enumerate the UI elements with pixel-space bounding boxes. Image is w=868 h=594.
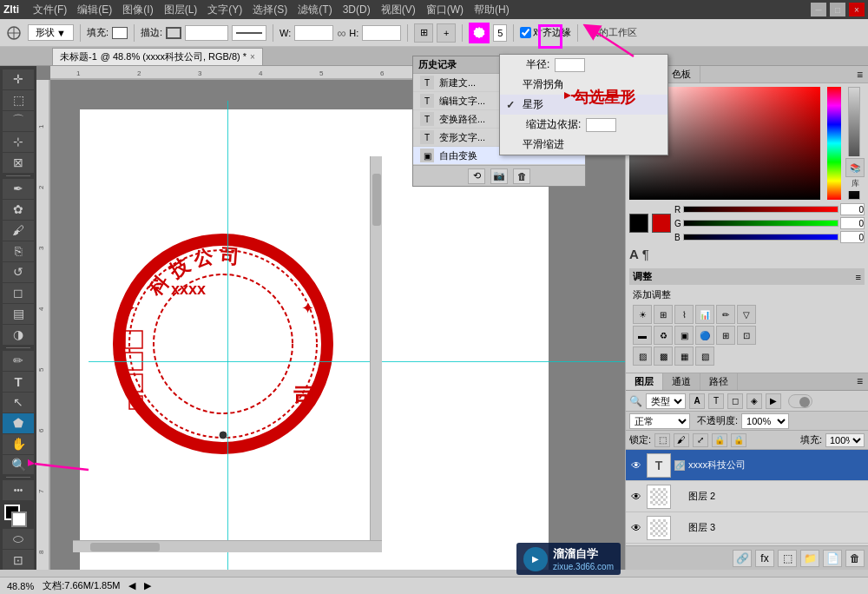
filter-adjust-icon[interactable]: T xyxy=(708,393,724,409)
type-tool[interactable]: T xyxy=(3,372,34,392)
path-select-tool[interactable]: ↖ xyxy=(3,393,34,412)
colorlookup-icon[interactable]: ⊞ xyxy=(716,326,735,345)
layer-item[interactable]: 👁 图层 3 xyxy=(626,512,868,544)
zoom-tool[interactable]: 🔍 xyxy=(3,455,34,475)
layer-visibility-toggle[interactable]: 👁 xyxy=(629,521,643,535)
color-spectrum-bar[interactable] xyxy=(827,87,841,200)
threshold-icon[interactable]: ▩ xyxy=(654,346,673,366)
levels-icon[interactable]: ⊞ xyxy=(654,305,673,324)
panel-menu-icon[interactable]: ≡ xyxy=(852,67,868,82)
marquee-tool[interactable]: ⬚ xyxy=(3,90,34,110)
height-input[interactable]: 426.06 xyxy=(362,25,401,41)
layer-visibility-toggle[interactable]: 👁 xyxy=(629,459,643,472)
minimize-button[interactable]: ─ xyxy=(811,3,826,16)
width-input[interactable]: 426.06 xyxy=(294,25,333,41)
menu-layer[interactable]: 图层(L) xyxy=(164,3,198,17)
shape-tool-icon[interactable] xyxy=(3,23,24,43)
menu-image[interactable]: 图像(I) xyxy=(122,3,153,17)
posterize-icon[interactable]: ▨ xyxy=(633,346,652,366)
library-icon[interactable]: 📚 xyxy=(845,158,865,177)
quick-mask-button[interactable]: ⬭ xyxy=(3,529,34,549)
ctx-smooth-corners-row[interactable]: 平滑拐角 xyxy=(500,75,667,95)
hsl-icon[interactable]: ▽ xyxy=(737,305,756,324)
brightness-icon[interactable]: ☀ xyxy=(633,305,652,324)
spot-heal-tool[interactable]: ✿ xyxy=(3,200,34,220)
restore-button[interactable]: □ xyxy=(830,3,845,16)
gear-settings-button[interactable] xyxy=(469,23,490,43)
exposure-icon[interactable]: 📊 xyxy=(695,305,714,324)
foreground-color-indicator[interactable] xyxy=(629,214,648,233)
filter-text-icon[interactable]: A xyxy=(689,393,705,409)
invert-icon[interactable]: ⊡ xyxy=(737,326,756,345)
bw-icon[interactable]: ♻ xyxy=(654,326,673,345)
gradient-map-icon[interactable]: ▦ xyxy=(674,346,694,366)
scrollbar-vertical[interactable] xyxy=(370,156,382,540)
eraser-tool[interactable]: ◻ xyxy=(3,283,34,303)
lock-image-button[interactable]: 🖌 xyxy=(674,433,689,447)
layer-visibility-toggle[interactable]: 👁 xyxy=(629,490,643,504)
selective-color-icon[interactable]: ▧ xyxy=(695,346,714,366)
menu-filter[interactable]: 滤镜(T) xyxy=(298,3,332,17)
gradient-tool[interactable]: ▤ xyxy=(3,304,34,324)
add-style-button[interactable]: fx xyxy=(755,550,774,567)
r-value[interactable] xyxy=(840,203,865,215)
layer-item[interactable]: 👁 图层 2 xyxy=(626,481,868,512)
history-snapshot-button[interactable]: ⟲ xyxy=(468,168,485,184)
lock-artboard-button[interactable]: 🔒 xyxy=(712,433,727,447)
dodge-tool[interactable]: ◑ xyxy=(3,325,34,345)
menu-view[interactable]: 视图(V) xyxy=(381,3,416,17)
hand-tool[interactable]: ✋ xyxy=(3,434,34,454)
channelmixer-icon[interactable]: 🔵 xyxy=(695,326,714,345)
tab-swatches[interactable]: 色板 xyxy=(663,66,700,82)
shape-tool-sidebar[interactable]: ⬟ xyxy=(3,413,34,433)
menu-edit[interactable]: 编辑(E) xyxy=(77,3,112,17)
layer-item[interactable]: 👁 T 🔗 xxxx科技公司 xyxy=(626,450,868,481)
color-swatches[interactable] xyxy=(4,505,32,526)
ctx-star-row[interactable]: ✓ 星形 xyxy=(500,95,667,115)
filter-video-icon[interactable]: ▶ xyxy=(766,393,781,409)
crop-tool[interactable]: ⊠ xyxy=(3,153,34,173)
menu-help[interactable]: 帮助(H) xyxy=(474,3,510,17)
quick-select-tool[interactable]: ⊹ xyxy=(3,132,34,152)
background-color-indicator[interactable] xyxy=(652,214,671,233)
ctx-indent-input[interactable] xyxy=(586,118,616,132)
photofilter-icon[interactable]: ▣ xyxy=(674,326,694,345)
tab-close-button[interactable]: × xyxy=(250,52,255,62)
tab-layers[interactable]: 图层 xyxy=(626,373,663,390)
filter-shape-icon[interactable]: ◻ xyxy=(727,393,743,409)
link-icon[interactable]: ∞ xyxy=(337,26,345,40)
scrollbar-thumb-h[interactable] xyxy=(90,543,160,551)
close-button[interactable]: × xyxy=(849,3,865,16)
pen-tool[interactable]: ✏ xyxy=(3,351,34,371)
layers-panel-menu[interactable]: ≡ xyxy=(852,373,868,390)
brush-tool[interactable]: 🖌 xyxy=(3,221,34,241)
ctx-radius-input[interactable] xyxy=(555,58,585,72)
link-layers-button[interactable]: 🔗 xyxy=(733,550,752,567)
ctx-smooth-indents-row[interactable]: 平滑缩进 xyxy=(500,135,667,155)
path-align-icon[interactable]: ⊞ xyxy=(414,23,433,43)
fill-color-swatch[interactable] xyxy=(112,27,128,39)
tab-paths[interactable]: 路径 xyxy=(700,373,738,390)
align-edge-checkbox[interactable]: 对齐边缘 xyxy=(520,26,571,39)
fill-select[interactable]: 100% xyxy=(825,433,865,447)
stroke-color-swatch[interactable] xyxy=(166,27,181,39)
lock-all-button[interactable]: 🔒 xyxy=(731,433,746,447)
move-tool[interactable]: ✛ xyxy=(3,69,34,89)
extra-tools[interactable]: ••• xyxy=(3,480,34,500)
tab-channels[interactable]: 通道 xyxy=(663,373,700,390)
history-brush-tool[interactable]: ↺ xyxy=(3,262,34,282)
lock-position-button[interactable]: ⤢ xyxy=(693,433,708,447)
menu-window[interactable]: 窗口(W) xyxy=(426,3,464,17)
blend-mode-select[interactable]: 正常 xyxy=(629,413,690,429)
filter-smart-icon[interactable]: ◈ xyxy=(746,393,762,409)
path-combine-icon[interactable]: + xyxy=(437,23,456,43)
add-mask-button[interactable]: ⬚ xyxy=(778,550,797,567)
adj-menu-icon[interactable]: ≡ xyxy=(856,272,861,282)
filter-type-select[interactable]: 类型 xyxy=(646,393,686,409)
new-group-button[interactable]: 📁 xyxy=(800,550,819,567)
eyedropper-tool[interactable]: ✒ xyxy=(3,179,34,199)
scrollbar-thumb-v[interactable] xyxy=(372,174,381,226)
curves-icon[interactable]: ⌇ xyxy=(674,305,694,324)
lasso-tool[interactable]: ⌒ xyxy=(3,111,34,131)
line-style-selector[interactable] xyxy=(232,25,266,41)
